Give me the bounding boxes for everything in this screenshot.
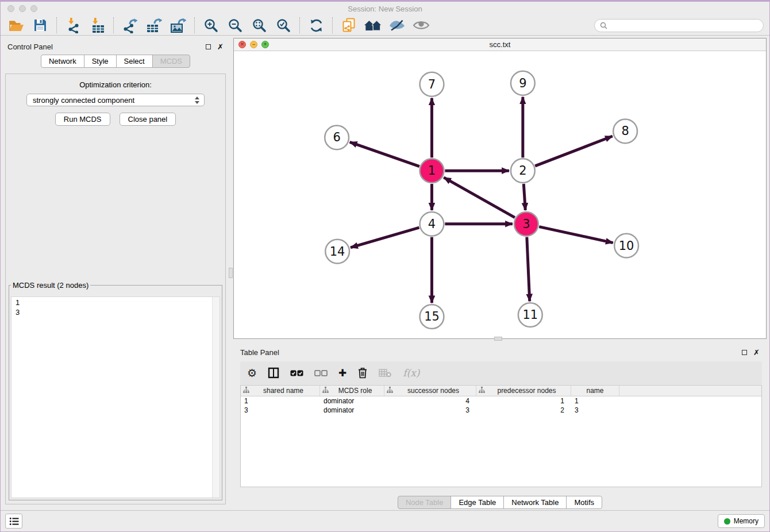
column-header-successor-nodes[interactable]: successor nodes xyxy=(384,385,476,396)
cell-shared-name[interactable]: 1 xyxy=(241,396,320,406)
graph-node-label: 4 xyxy=(428,217,436,231)
column-header-name[interactable]: name xyxy=(571,385,619,396)
column-header-predecessor-nodes[interactable]: predecessor nodes xyxy=(476,385,571,396)
cell-mcds-role[interactable]: dominator xyxy=(320,396,384,406)
float-table-panel-icon[interactable] xyxy=(742,350,747,355)
main-toolbar xyxy=(1,16,769,36)
control-panel: Control Panel ✗ NetworkStyleSelectMCDS O… xyxy=(1,36,230,510)
export-table-button[interactable] xyxy=(142,17,166,34)
deselect-all-icon[interactable] xyxy=(314,369,328,377)
close-table-panel-icon[interactable]: ✗ xyxy=(753,349,760,356)
mcds-result-lines: 13 xyxy=(11,297,220,318)
cell-predecessor-nodes[interactable]: 2 xyxy=(476,406,571,415)
table-row[interactable]: 3dominator323 xyxy=(241,406,761,415)
save-session-button[interactable] xyxy=(28,17,52,34)
network-close-button[interactable]: ✕ xyxy=(238,41,246,48)
eye-slash-icon xyxy=(389,19,405,32)
graph-edge-4-14[interactable] xyxy=(351,228,419,248)
cell-mcds-role[interactable]: dominator xyxy=(320,406,384,415)
network-maximize-button[interactable]: + xyxy=(261,41,269,48)
tab-style[interactable]: Style xyxy=(84,55,117,68)
graph-edge-3-10[interactable] xyxy=(539,227,613,243)
float-panel-icon[interactable] xyxy=(206,44,211,49)
close-panel-icon[interactable]: ✗ xyxy=(217,43,224,51)
tab-network[interactable]: Network xyxy=(41,55,84,68)
table-tab-network-table[interactable]: Network Table xyxy=(503,496,567,509)
close-panel-button[interactable]: Close panel xyxy=(120,113,176,126)
column-label: successor nodes xyxy=(393,387,476,395)
gear-icon[interactable]: ⚙ xyxy=(247,368,257,379)
floppy-disk-icon xyxy=(33,18,47,32)
export-image-button[interactable] xyxy=(166,17,190,34)
tab-mcds[interactable]: MCDS xyxy=(152,55,190,68)
open-session-button[interactable] xyxy=(4,17,28,34)
refresh-button[interactable] xyxy=(304,17,328,34)
import-table-button[interactable] xyxy=(85,17,109,34)
panel-splitter-grip[interactable] xyxy=(229,268,233,278)
zoom-fit-button[interactable] xyxy=(247,17,271,34)
graph-edge-1-6[interactable] xyxy=(350,142,419,166)
cell-predecessor-nodes[interactable]: 1 xyxy=(476,396,571,406)
zoom-selected-button[interactable] xyxy=(271,17,295,34)
table-row[interactable]: 1dominator411 xyxy=(241,396,761,406)
trash-icon[interactable] xyxy=(357,367,368,379)
cell-successor-nodes[interactable]: 3 xyxy=(384,406,476,415)
cell-shared-name[interactable]: 3 xyxy=(241,406,320,415)
optimization-label: Optimization criterion: xyxy=(6,80,225,89)
table-tab-node-table[interactable]: Node Table xyxy=(398,496,452,509)
cell-name[interactable]: 1 xyxy=(571,396,619,406)
network-canvas[interactable]: 7968124314101511 xyxy=(234,51,766,338)
graph-node-label: 1 xyxy=(428,164,436,178)
table-tab-edge-table[interactable]: Edge Table xyxy=(451,496,504,509)
table-toolbar: ⚙ ✚ f xyxy=(240,361,762,384)
graph-node-label: 8 xyxy=(621,124,629,138)
table-tab-motifs[interactable]: Motifs xyxy=(566,496,602,509)
clone-network-button[interactable] xyxy=(337,17,361,34)
search-input[interactable] xyxy=(610,21,758,30)
show-view-button[interactable] xyxy=(409,17,433,34)
graph-node-label: 11 xyxy=(522,308,538,322)
memory-status-icon xyxy=(724,518,730,525)
toolbar-separator xyxy=(56,17,57,33)
mcds-result-box: 13 xyxy=(11,296,220,498)
memory-button[interactable]: Memory xyxy=(718,514,765,528)
graph-edge-2-3[interactable] xyxy=(523,184,525,210)
graph-edge-2-8[interactable] xyxy=(535,136,613,166)
home-views-button[interactable] xyxy=(361,17,385,34)
zoom-in-button[interactable] xyxy=(199,17,223,34)
result-scrollbar[interactable] xyxy=(212,297,220,498)
table-panel: Table Panel ✗ ⚙ xyxy=(233,342,767,510)
cell-successor-nodes[interactable]: 4 xyxy=(384,396,476,406)
column-header-shared-name[interactable]: shared name xyxy=(241,385,320,396)
mcds-result-fieldset: MCDS result (2 nodes) 13 xyxy=(9,281,222,500)
run-mcds-button[interactable]: Run MCDS xyxy=(55,113,110,126)
result-line: 3 xyxy=(16,307,215,317)
select-all-icon[interactable] xyxy=(290,369,303,377)
network-minimize-button[interactable]: – xyxy=(250,41,257,48)
tab-select[interactable]: Select xyxy=(116,55,153,68)
tree-column-icon xyxy=(243,387,249,395)
import-network-button[interactable] xyxy=(61,17,85,34)
columns-icon[interactable] xyxy=(268,367,279,379)
graph-edge-3-1[interactable] xyxy=(444,178,515,218)
hide-view-button[interactable] xyxy=(385,17,409,34)
result-line: 1 xyxy=(16,298,215,307)
cell-name[interactable]: 3 xyxy=(571,406,619,415)
export-network-button[interactable] xyxy=(118,17,142,34)
add-row-icon[interactable]: ✚ xyxy=(338,368,346,378)
memory-label: Memory xyxy=(734,517,759,525)
graph-edge-3-11[interactable] xyxy=(527,237,530,302)
canvas-resize-grip[interactable] xyxy=(494,337,502,341)
zoom-out-icon xyxy=(228,18,242,33)
right-column: ✕ – + scc.txt 7968124314101511 Table Pan… xyxy=(233,38,767,510)
tree-column-icon xyxy=(322,387,329,395)
zoom-out-button[interactable] xyxy=(223,17,247,34)
column-header-mcds-role[interactable]: MCDS role xyxy=(320,385,384,396)
task-history-button[interactable] xyxy=(5,514,22,529)
column-label: MCDS role xyxy=(329,387,384,395)
toolbar-separator xyxy=(332,17,333,33)
column-label: predecessor nodes xyxy=(485,387,571,395)
criterion-select[interactable]: strongly connected component xyxy=(26,94,205,106)
table-header-row: shared nameMCDS rolesuccessor nodesprede… xyxy=(241,385,761,396)
titlebar: Session: New Session xyxy=(1,2,769,16)
